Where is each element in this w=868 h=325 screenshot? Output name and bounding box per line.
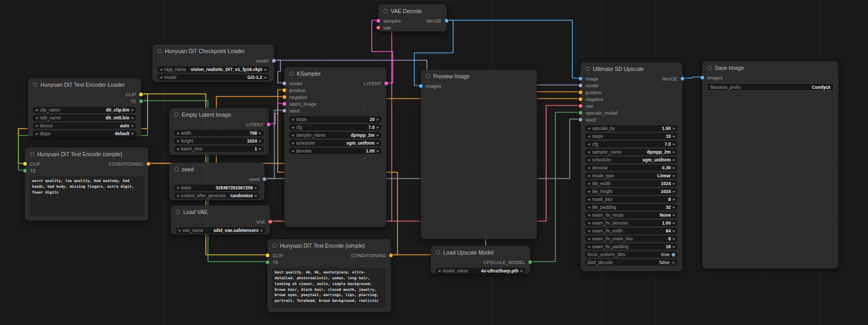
- widget-seam_fix_width[interactable]: ◀seam_fix_width64▶: [585, 228, 678, 234]
- widget-sampler_name[interactable]: ◀sampler_namedpmpp_2m▶: [585, 149, 678, 155]
- widget-dtype[interactable]: ◀dtypedefault▶: [33, 130, 137, 137]
- decrement-arrow-icon[interactable]: ◀: [176, 131, 179, 135]
- widget-cfg[interactable]: ◀cfg7.0▶: [289, 124, 382, 130]
- input-port-T5[interactable]: [23, 169, 27, 172]
- node-empty-latent-image[interactable]: Empty Latent ImageLATENT◀width768▶◀heigh…: [169, 108, 269, 155]
- increment-arrow-icon[interactable]: ▶: [673, 206, 675, 209]
- decrement-arrow-icon[interactable]: ◀: [588, 221, 590, 225]
- increment-arrow-icon[interactable]: ▶: [259, 131, 262, 135]
- increment-arrow-icon[interactable]: ▶: [673, 174, 675, 177]
- collapse-toggle-icon[interactable]: [436, 250, 440, 255]
- increment-arrow-icon[interactable]: ▶: [255, 194, 257, 197]
- node-seed[interactable]: seedseed◀seed326397261567206▶◀control_af…: [169, 162, 265, 200]
- collapse-toggle-icon[interactable]: [176, 210, 180, 214]
- decrement-arrow-icon[interactable]: ◀: [588, 237, 590, 240]
- decrement-arrow-icon[interactable]: ◀: [588, 245, 590, 248]
- input-port-latent_image[interactable]: [283, 102, 286, 106]
- decrement-arrow-icon[interactable]: ◀: [178, 229, 181, 232]
- collapse-toggle-icon[interactable]: [33, 83, 37, 87]
- widget-tiled_decode[interactable]: tiled_decodefalse: [585, 259, 678, 266]
- increment-arrow-icon[interactable]: ▶: [673, 158, 675, 161]
- input-port-positive[interactable]: [283, 88, 286, 92]
- input-port-T5[interactable]: [266, 260, 269, 264]
- node-hunyuan-checkpoint-loader[interactable]: Hunyuan DiT Checkpoint Loadermodel◀ckpt_…: [152, 44, 274, 82]
- increment-arrow-icon[interactable]: ▶: [264, 68, 267, 71]
- increment-arrow-icon[interactable]: ▶: [260, 229, 263, 232]
- output-port-seed[interactable]: [263, 177, 266, 181]
- increment-arrow-icon[interactable]: ▶: [131, 116, 134, 119]
- output-port-IMAGE[interactable]: [681, 77, 684, 80]
- increment-arrow-icon[interactable]: ▶: [673, 229, 675, 232]
- output-port-CLIP[interactable]: [139, 93, 143, 96]
- input-port-vae[interactable]: [579, 104, 582, 108]
- toggle-indicator-icon[interactable]: [672, 253, 675, 257]
- output-port-VAE[interactable]: [268, 220, 272, 224]
- decrement-arrow-icon[interactable]: ◀: [588, 150, 590, 154]
- widget-upscale_by[interactable]: ◀upscale_by1.50▶: [585, 125, 678, 131]
- input-port-positive[interactable]: [579, 90, 582, 94]
- node-title-bar[interactable]: Save Image: [703, 62, 838, 74]
- increment-arrow-icon[interactable]: ▶: [259, 139, 262, 143]
- node-ksampler[interactable]: KSamplermodelLATENTpositivenegativelaten…: [284, 67, 386, 227]
- widget-clip_name[interactable]: ◀clip_namedit_clip.bin▶: [33, 107, 137, 113]
- increment-arrow-icon[interactable]: ▶: [377, 149, 379, 153]
- collapse-toggle-icon[interactable]: [273, 243, 277, 248]
- increment-arrow-icon[interactable]: ▶: [131, 124, 134, 127]
- decrement-arrow-icon[interactable]: ◀: [588, 198, 590, 201]
- collapse-toggle-icon[interactable]: [158, 49, 162, 53]
- decrement-arrow-icon[interactable]: ◀: [588, 206, 590, 209]
- increment-arrow-icon[interactable]: ▶: [131, 132, 134, 135]
- node-title-bar[interactable]: Load VAE: [171, 206, 270, 218]
- decrement-arrow-icon[interactable]: ◀: [438, 269, 441, 272]
- input-port-samples[interactable]: [377, 19, 380, 23]
- node-ultimate-sd-upscale[interactable]: Ultimate SD UpscaleimageIMAGEmodelpositi…: [580, 62, 683, 271]
- output-port-CONDITIONING[interactable]: [147, 162, 150, 166]
- node-hunyuan-text-encode-negative[interactable]: Hunyuan DiT Text Encode (simple)CLIPCOND…: [25, 147, 149, 221]
- collapse-toggle-icon[interactable]: [289, 72, 294, 76]
- widget-batch_size[interactable]: ◀batch_size1▶: [174, 146, 264, 152]
- widget-sampler_name[interactable]: ◀sampler_namedpmpp_2m▶: [289, 132, 382, 138]
- decrement-arrow-icon[interactable]: ◀: [588, 229, 590, 232]
- collapse-toggle-icon[interactable]: [383, 9, 388, 13]
- increment-arrow-icon[interactable]: ▶: [673, 237, 675, 240]
- increment-arrow-icon[interactable]: ▶: [673, 135, 675, 138]
- decrement-arrow-icon[interactable]: ◀: [291, 149, 294, 153]
- node-title-bar[interactable]: Load Upscale Model: [431, 246, 530, 259]
- output-port-LATENT[interactable]: [384, 82, 388, 85]
- decrement-arrow-icon[interactable]: ◀: [588, 214, 590, 217]
- decrement-arrow-icon[interactable]: ◀: [588, 190, 590, 193]
- output-port-CONDITIONING[interactable]: [389, 253, 393, 257]
- node-title-bar[interactable]: KSampler: [285, 67, 386, 80]
- widget-tile_padding[interactable]: ◀tile_padding32▶: [585, 204, 678, 210]
- widget-force_uniform_tiles[interactable]: force_uniform_tilestrue: [585, 251, 678, 258]
- decrement-arrow-icon[interactable]: ◀: [176, 139, 179, 143]
- collapse-toggle-icon[interactable]: [174, 113, 179, 117]
- increment-arrow-icon[interactable]: ▶: [673, 214, 675, 217]
- prompt-text-area[interactable]: best quality, 4k, 8k, masterpiece, ultra…: [272, 268, 386, 308]
- widget-control_after_generate[interactable]: ◀control_after_generaterandomize▶: [174, 192, 260, 199]
- decrement-arrow-icon[interactable]: ◀: [291, 134, 294, 137]
- input-port-seed[interactable]: [283, 109, 286, 113]
- increment-arrow-icon[interactable]: ▶: [673, 182, 675, 185]
- widget-ckpt_name[interactable]: ◀ckpt_namevision_realistic_DiT_v1_fp16.c…: [157, 66, 269, 73]
- increment-arrow-icon[interactable]: ▶: [131, 108, 134, 111]
- output-port-UPSCALE_MODEL[interactable]: [528, 260, 532, 264]
- node-title-bar[interactable]: seed: [170, 163, 264, 176]
- node-title-bar[interactable]: Hunyuan DiT Text Encode (simple): [25, 148, 148, 160]
- widget-scheduler[interactable]: ◀schedulersgm_uniform▶: [585, 157, 678, 163]
- increment-arrow-icon[interactable]: ▶: [673, 150, 675, 154]
- decrement-arrow-icon[interactable]: ◀: [588, 158, 590, 161]
- output-port-model[interactable]: [272, 59, 276, 63]
- widget-seed[interactable]: ◀seed326397261567206▶: [174, 185, 260, 191]
- increment-arrow-icon[interactable]: ▶: [673, 127, 675, 130]
- decrement-arrow-icon[interactable]: ◀: [160, 68, 162, 71]
- widget-denoise[interactable]: ◀denoise1.00▶: [289, 148, 382, 154]
- collapse-toggle-icon[interactable]: [707, 66, 712, 70]
- prompt-text-area[interactable]: worst quality, low quality, bad anatomy,…: [29, 176, 144, 216]
- collapse-toggle-icon[interactable]: [30, 152, 34, 156]
- widget-cfg[interactable]: ◀cfg7.0▶: [585, 141, 678, 147]
- input-port-model[interactable]: [579, 84, 582, 87]
- increment-arrow-icon[interactable]: ▶: [377, 134, 379, 137]
- increment-arrow-icon[interactable]: ▶: [377, 118, 379, 121]
- input-port-model[interactable]: [283, 82, 286, 85]
